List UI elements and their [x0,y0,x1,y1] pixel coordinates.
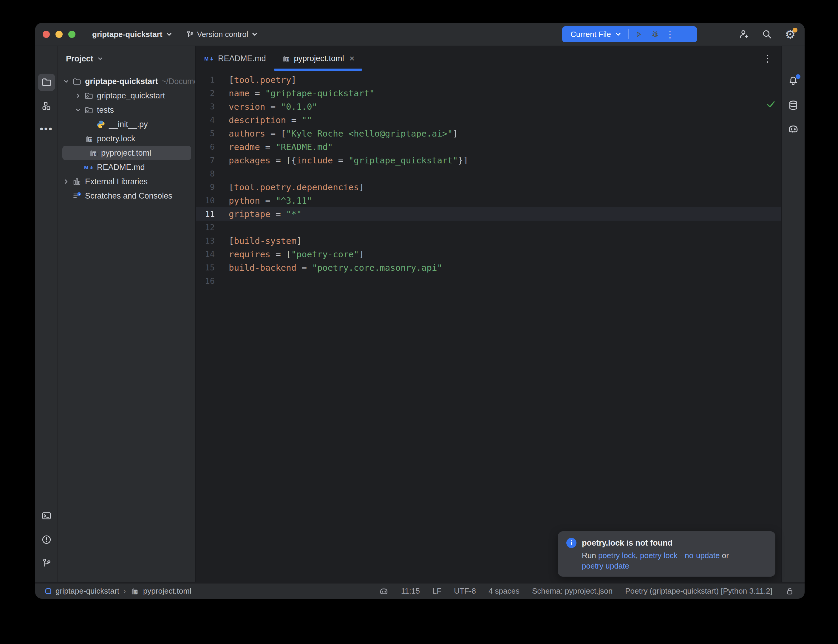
breadcrumb: griptape-quickstart › [T] pyproject.toml [45,586,191,596]
notification-badge [796,74,800,79]
tree-item-init-py[interactable]: __init__.py [58,117,196,131]
add-user-button[interactable] [738,28,750,40]
code-line-4[interactable]: 4description = "" [196,113,781,127]
tree-item-pyproject-toml[interactable]: [T]pyproject.toml [62,146,191,160]
code-line-10[interactable]: 10python = "^3.11" [196,194,781,207]
unlock-icon[interactable] [785,586,794,596]
tree-item-poetry-lock[interactable]: [T]poetry.lock [58,131,196,146]
tree-item-griptape-quickstart[interactable]: griptape-quickstart~/Docume [58,74,196,89]
code-line-11[interactable]: 11griptape = "*" [196,207,781,221]
right-tool-stripe [781,46,805,582]
structure-icon [41,101,52,111]
code-line-2[interactable]: 2name = "griptape-quickstart" [196,87,781,100]
tree-item-label: tests [97,105,114,115]
line-number[interactable]: 12 [196,223,226,232]
structure-tool-button[interactable] [35,101,58,111]
chevron-right-icon[interactable] [61,178,71,185]
line-number[interactable]: 15 [196,263,226,272]
copilot-icon[interactable] [379,586,389,596]
line-number[interactable]: 10 [196,196,226,205]
link-poetry-lock[interactable]: poetry lock [598,551,636,560]
notification-text: , [636,551,640,560]
problems-tool-button[interactable] [35,535,58,545]
tab-readme-md[interactable]: MREADME.md [196,46,274,71]
run-config-selector[interactable]: Current File [570,30,611,39]
code-line-5[interactable]: 5authors = ["Kyle Roche <hello@griptape.… [196,127,781,140]
tab-label: README.md [218,54,266,63]
chevron-down-icon[interactable] [73,107,83,113]
status-item-4-spaces[interactable]: 4 spaces [488,586,519,596]
tree-item-griptape-quickstart[interactable]: griptape_quickstart [58,89,196,103]
debug-button[interactable] [647,30,664,39]
tree-item-external-libraries[interactable]: External Libraries [58,174,196,189]
line-number[interactable]: 2 [196,89,226,98]
tab-options-button[interactable]: ⋮ [763,46,772,71]
close-tab-icon[interactable]: × [350,54,355,63]
code-line-16[interactable]: 16 [196,274,781,288]
line-content: version = "0.1.0" [226,102,317,112]
line-number[interactable]: 13 [196,236,226,245]
code-line-13[interactable]: 13[build-system] [196,234,781,248]
breadcrumb-file[interactable]: pyproject.toml [143,586,191,596]
code-line-7[interactable]: 7packages = [{include = "griptape_quicks… [196,154,781,167]
database-tool-button[interactable] [782,100,805,111]
code-line-12[interactable]: 12 [196,221,781,234]
divider [628,29,629,39]
notifications-tool-button[interactable] [782,76,805,88]
bug-icon [651,30,660,39]
search-everywhere-button[interactable] [761,28,773,40]
line-number[interactable]: 5 [196,129,226,138]
chevron-down-icon [166,31,173,38]
tab-pyproject-toml[interactable]: [T]pyproject.toml× [274,46,363,71]
toml-icon: [T] [87,148,99,158]
tree-item-scratches-and-consoles[interactable]: Scratches and Consoles [58,189,196,203]
code-line-3[interactable]: 3version = "0.1.0" [196,100,781,113]
line-number[interactable]: 3 [196,102,226,111]
breadcrumb-project[interactable]: griptape-quickstart [56,586,119,596]
settings-button[interactable]: ⚙ [784,28,796,40]
code-line-8[interactable]: 8 [196,167,781,181]
status-item-11-15[interactable]: 11:15 [401,586,420,596]
line-number[interactable]: 14 [196,250,226,259]
line-number[interactable]: 4 [196,115,226,125]
link-poetry-lock-no-update[interactable]: poetry lock --no-update [640,551,720,560]
close-window-button[interactable] [43,31,50,38]
line-number[interactable]: 11 [196,209,226,219]
code-line-1[interactable]: 1[tool.poetry] [196,73,781,87]
line-number[interactable]: 8 [196,169,226,178]
run-button[interactable] [630,30,647,39]
line-number[interactable]: 6 [196,142,226,151]
terminal-tool-button[interactable] [35,511,58,521]
vcs-widget[interactable]: Version control [186,30,258,39]
code-line-14[interactable]: 14requires = ["poetry-core"] [196,248,781,261]
svg-text:[T]: [T] [285,58,290,61]
project-panel-header[interactable]: Project [58,46,196,71]
line-number[interactable]: 1 [196,75,226,84]
status-item-utf-8[interactable]: UTF-8 [454,586,476,596]
more-run-options-button[interactable]: ⋮ [664,29,677,40]
project-tool-button[interactable] [35,77,58,87]
more-tools-button[interactable]: ••• [35,123,58,135]
line-number[interactable]: 9 [196,182,226,192]
code-editor[interactable]: 1[tool.poetry]2name = "griptape-quicksta… [196,71,781,582]
tree-item-tests[interactable]: tests [58,103,196,117]
link-poetry-update[interactable]: poetry update [582,562,629,570]
project-widget[interactable]: griptape-quickstart [92,30,173,39]
status-item-poetry-griptape-quickstart-python-3-11-2[interactable]: Poetry (griptape-quickstart) [Python 3.1… [625,586,772,596]
line-number[interactable]: 16 [196,276,226,286]
ai-assistant-tool-button[interactable] [782,123,805,135]
status-item-lf[interactable]: LF [432,586,441,596]
chevron-right-icon[interactable] [73,92,83,99]
inspections-ok-icon[interactable] [766,100,776,109]
minimize-window-button[interactable] [56,31,62,38]
status-item-schema-pyproject-json[interactable]: Schema: pyproject.json [532,586,613,596]
code-line-9[interactable]: 9[tool.poetry.dependencies] [196,181,781,194]
tree-item-readme-md[interactable]: MREADME.md [58,160,196,174]
git-tool-button[interactable] [35,558,58,568]
chevron-down-icon[interactable] [61,78,71,85]
project-widget-label: griptape-quickstart [92,30,163,39]
zoom-window-button[interactable] [68,31,76,38]
line-number[interactable]: 7 [196,156,226,165]
code-line-6[interactable]: 6readme = "README.md" [196,140,781,154]
code-line-15[interactable]: 15build-backend = "poetry.core.masonry.a… [196,261,781,274]
